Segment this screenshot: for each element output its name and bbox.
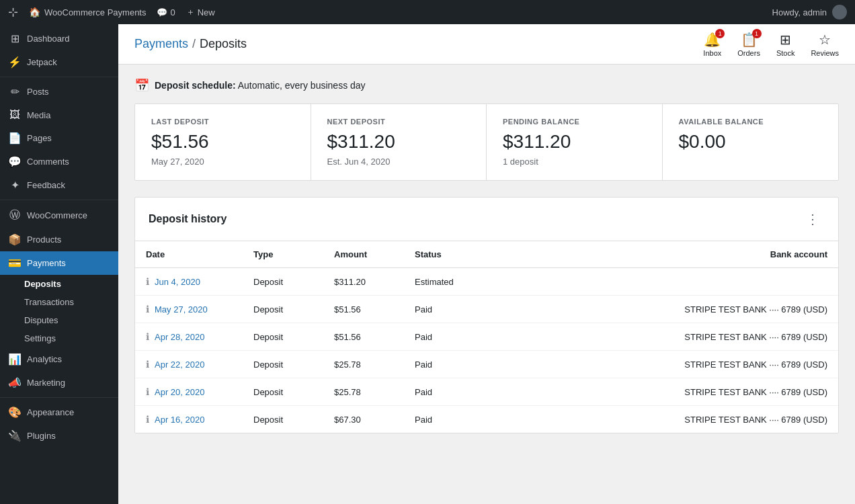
dashboard-icon: ⊞ bbox=[8, 32, 22, 45]
sidebar-sub-item-disputes[interactable]: Disputes bbox=[24, 311, 118, 329]
table-cell-amount: $51.56 bbox=[323, 296, 404, 323]
info-icon[interactable]: ℹ bbox=[146, 359, 149, 370]
info-icon[interactable]: ℹ bbox=[146, 331, 149, 342]
stock-button[interactable]: ⊞ Stock bbox=[776, 32, 795, 57]
sidebar-item-analytics[interactable]: 📊 Analytics bbox=[0, 347, 118, 371]
table-cell-amount: $311.20 bbox=[323, 268, 404, 296]
breadcrumb-parent-link[interactable]: Payments bbox=[134, 37, 188, 51]
deposit-date-link[interactable]: Apr 28, 2020 bbox=[155, 332, 204, 342]
sidebar-item-jetpack[interactable]: ⚡ Jetpack bbox=[0, 50, 118, 74]
products-icon: 📦 bbox=[8, 233, 22, 246]
admin-bar: ⊹ 🏠 WooCommerce Payments 💬 0 ＋ New Howdy… bbox=[0, 0, 855, 24]
history-menu-button[interactable]: ⋮ bbox=[801, 208, 825, 230]
sidebar-item-appearance[interactable]: 🎨 Appearance bbox=[0, 401, 118, 424]
table-row: ℹ May 27, 2020 Deposit $51.56 Paid STRIP… bbox=[135, 296, 838, 323]
sidebar-item-plugins[interactable]: 🔌 Plugins bbox=[0, 424, 118, 448]
deposit-date-link[interactable]: May 27, 2020 bbox=[155, 304, 208, 314]
stats-grid: LAST DEPOSIT $51.56 May 27, 2020 NEXT DE… bbox=[134, 103, 839, 181]
deposit-date-link[interactable]: Apr 16, 2020 bbox=[155, 415, 204, 425]
stat-sub-last-deposit: May 27, 2020 bbox=[151, 157, 294, 167]
table-cell-amount: $25.78 bbox=[323, 351, 404, 378]
howdy-text: Howdy, admin bbox=[772, 7, 827, 17]
stat-card-last-deposit: LAST DEPOSIT $51.56 May 27, 2020 bbox=[135, 104, 311, 180]
sidebar: ⊞ Dashboard ⚡ Jetpack ✏ Posts 🖼 Media 📄 … bbox=[0, 24, 118, 504]
stat-sub-pending-balance: 1 deposit bbox=[503, 157, 646, 167]
table-cell-bank: STRIPE TEST BANK ···· 6789 (USD) bbox=[485, 378, 838, 406]
table-cell-bank bbox=[485, 268, 838, 296]
comment-icon: 💬 bbox=[157, 7, 167, 17]
stat-value-last-deposit: $51.56 bbox=[151, 131, 294, 153]
sidebar-item-comments[interactable]: 💬 Comments bbox=[0, 150, 118, 173]
table-cell-status: Paid bbox=[404, 406, 485, 433]
site-name[interactable]: 🏠 WooCommerce Payments bbox=[29, 7, 146, 17]
sidebar-item-payments[interactable]: 💳 Payments bbox=[0, 251, 118, 275]
sidebar-item-dashboard[interactable]: ⊞ Dashboard bbox=[0, 27, 118, 50]
info-icon[interactable]: ℹ bbox=[146, 414, 149, 425]
table-cell-type: Deposit bbox=[243, 351, 323, 378]
avatar[interactable] bbox=[832, 5, 847, 19]
content-area: Payments / Deposits 🔔 1 Inbox 📋 1 bbox=[118, 24, 855, 504]
deposit-date-link[interactable]: Jun 4, 2020 bbox=[155, 277, 200, 287]
breadcrumb: Payments / Deposits bbox=[118, 37, 703, 51]
table-row: ℹ Apr 20, 2020 Deposit $25.78 Paid STRIP… bbox=[135, 378, 838, 406]
table-cell-status: Estimated bbox=[404, 268, 485, 296]
inbox-button[interactable]: 🔔 1 Inbox bbox=[703, 32, 721, 57]
col-header-bank: Bank account bbox=[485, 241, 838, 268]
stat-label-available-balance: AVAILABLE BALANCE bbox=[679, 118, 823, 126]
deposit-history-card: Deposit history ⋮ Date Type Amount Statu… bbox=[134, 197, 839, 433]
deposit-date-link[interactable]: Apr 20, 2020 bbox=[155, 387, 204, 397]
stat-value-pending-balance: $311.20 bbox=[503, 131, 646, 153]
stat-sub-next-deposit: Est. Jun 4, 2020 bbox=[327, 157, 471, 167]
main-layout: ⊞ Dashboard ⚡ Jetpack ✏ Posts 🖼 Media 📄 … bbox=[0, 24, 855, 504]
col-header-type: Type bbox=[243, 241, 323, 268]
inbox-badge: 1 bbox=[715, 29, 725, 38]
marketing-icon: 📣 bbox=[8, 376, 22, 389]
woocommerce-icon: Ⓦ bbox=[8, 208, 22, 222]
table-cell-type: Deposit bbox=[243, 296, 323, 323]
payments-submenu: Deposits Transactions Disputes Settings bbox=[0, 275, 118, 347]
stat-label-last-deposit: LAST DEPOSIT bbox=[151, 118, 294, 126]
sidebar-sub-item-settings[interactable]: Settings bbox=[24, 329, 118, 347]
deposit-schedule-banner: 📅 Deposit schedule: Automatic, every bus… bbox=[134, 78, 839, 93]
sidebar-item-products[interactable]: 📦 Products bbox=[0, 228, 118, 251]
calendar-icon: 📅 bbox=[134, 78, 149, 93]
col-header-date: Date bbox=[135, 241, 243, 268]
sidebar-item-media[interactable]: 🖼 Media bbox=[0, 103, 118, 126]
media-icon: 🖼 bbox=[8, 109, 22, 121]
table-cell-status: Paid bbox=[404, 351, 485, 378]
table-row: ℹ Apr 16, 2020 Deposit $67.30 Paid STRIP… bbox=[135, 406, 838, 433]
stat-label-next-deposit: NEXT DEPOSIT bbox=[327, 118, 471, 126]
deposit-date-link[interactable]: Apr 22, 2020 bbox=[155, 360, 204, 370]
reviews-button[interactable]: ☆ Reviews bbox=[811, 32, 839, 57]
table-cell-status: Paid bbox=[404, 323, 485, 351]
table-cell-bank: STRIPE TEST BANK ···· 6789 (USD) bbox=[485, 296, 838, 323]
table-cell-amount: $67.30 bbox=[323, 406, 404, 433]
sidebar-sub-item-transactions[interactable]: Transactions bbox=[24, 293, 118, 311]
jetpack-icon: ⚡ bbox=[8, 56, 22, 69]
table-cell-date: ℹ Apr 22, 2020 bbox=[135, 351, 243, 378]
orders-badge: 1 bbox=[752, 29, 762, 38]
info-icon[interactable]: ℹ bbox=[146, 386, 149, 397]
info-icon[interactable]: ℹ bbox=[146, 304, 149, 314]
table-cell-date: ℹ Apr 16, 2020 bbox=[135, 406, 243, 433]
payments-icon: 💳 bbox=[8, 257, 22, 269]
table-cell-amount: $25.78 bbox=[323, 378, 404, 406]
comments-link[interactable]: 💬 0 bbox=[157, 7, 175, 17]
sidebar-item-marketing[interactable]: 📣 Marketing bbox=[0, 371, 118, 394]
table-cell-type: Deposit bbox=[243, 378, 323, 406]
new-content-button[interactable]: ＋ New bbox=[186, 6, 215, 18]
breadcrumb-current: Deposits bbox=[200, 37, 247, 51]
sidebar-sub-item-deposits[interactable]: Deposits bbox=[24, 275, 118, 293]
table-cell-date: ℹ Apr 28, 2020 bbox=[135, 323, 243, 351]
sidebar-item-feedback[interactable]: ✦ Feedback bbox=[0, 173, 118, 197]
info-icon[interactable]: ℹ bbox=[146, 276, 149, 287]
wp-logo-icon: ⊹ bbox=[8, 5, 18, 19]
plus-icon: ＋ bbox=[186, 6, 195, 18]
sidebar-item-pages[interactable]: 📄 Pages bbox=[0, 126, 118, 150]
sidebar-item-posts[interactable]: ✏ Posts bbox=[0, 80, 118, 103]
table-cell-bank: STRIPE TEST BANK ···· 6789 (USD) bbox=[485, 323, 838, 351]
sidebar-item-woocommerce[interactable]: Ⓦ WooCommerce bbox=[0, 203, 118, 228]
orders-button[interactable]: 📋 1 Orders bbox=[737, 32, 760, 57]
deposits-table: Date Type Amount Status Bank account ℹ J… bbox=[135, 241, 838, 433]
stat-card-available-balance: AVAILABLE BALANCE $0.00 bbox=[663, 104, 839, 180]
